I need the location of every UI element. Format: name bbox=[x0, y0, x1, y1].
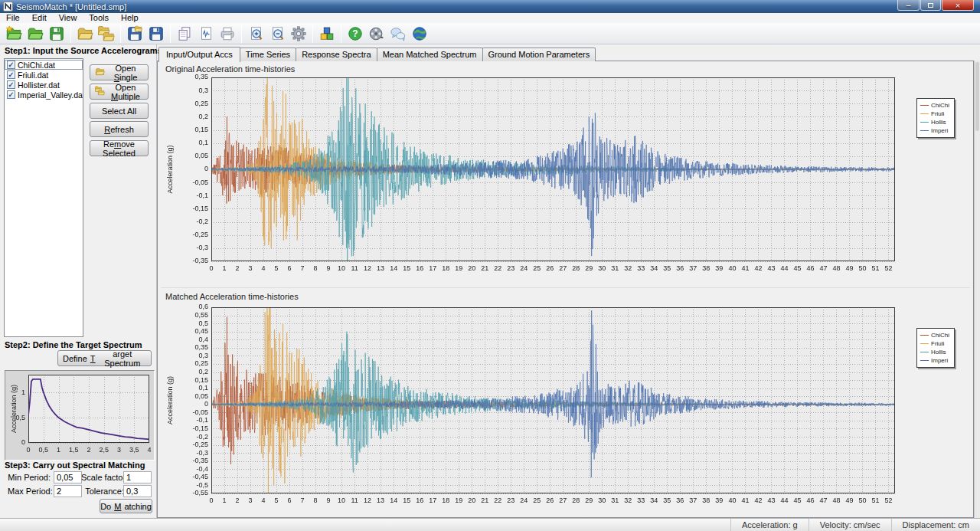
toolbar-components-button[interactable] bbox=[316, 24, 338, 44]
accelerogram-preview-icon bbox=[198, 25, 214, 42]
legend-item: Friuli bbox=[920, 110, 952, 118]
legend-line-swatch bbox=[920, 343, 929, 344]
button-label: Refresh bbox=[104, 125, 134, 134]
toolbar-video-tutorials-button[interactable] bbox=[366, 24, 387, 44]
open-folders-icon bbox=[98, 25, 115, 42]
legend-item: Imperi bbox=[920, 126, 952, 135]
refresh-button[interactable]: Refresh bbox=[90, 121, 149, 137]
toolbar-separator bbox=[341, 25, 341, 43]
toolbar-help-button[interactable]: ? bbox=[345, 24, 366, 44]
accelerogram-file-name: Imperial_Valley.dat bbox=[18, 90, 83, 100]
tab-ground-motion-parameters[interactable]: Ground Motion Parameters bbox=[482, 48, 596, 61]
legend-item: Hollis bbox=[920, 348, 952, 356]
settings-icon bbox=[290, 25, 307, 42]
legend-item: ChiChi bbox=[920, 101, 952, 110]
scale-factor-input[interactable] bbox=[123, 471, 152, 483]
legend-line-swatch bbox=[920, 352, 929, 352]
title-bar[interactable]: SeismoMatch * [Untitled.smp] – × bbox=[0, 0, 980, 13]
accelerogram-list[interactable]: ✓ChiChi.dat✓Friuli.dat✓Hollister.dat✓Imp… bbox=[4, 58, 83, 337]
legend-item: ChiChi bbox=[920, 331, 952, 339]
toolbar-settings-button[interactable] bbox=[288, 24, 309, 44]
toolbar-save-as-button[interactable] bbox=[124, 24, 145, 44]
menu-tools[interactable]: Tools bbox=[83, 13, 115, 23]
toolbar-save-project-button[interactable] bbox=[46, 24, 67, 44]
help-icon: ? bbox=[347, 25, 364, 42]
minimize-button[interactable]: – bbox=[897, 0, 920, 11]
toolbar-zoom-in-button[interactable] bbox=[245, 24, 266, 44]
print-icon bbox=[219, 25, 236, 42]
status-bar: Acceleration: gVelocity: cm/secDisplacem… bbox=[0, 518, 980, 531]
menu-view[interactable]: View bbox=[53, 13, 83, 23]
original-chart-title: Original Acceleration time-histories bbox=[165, 64, 295, 74]
toolbar-new-project-button[interactable] bbox=[3, 24, 24, 44]
legend-label: Friuli bbox=[931, 110, 944, 117]
toolbar-separator bbox=[70, 25, 71, 43]
accelerogram-list-item[interactable]: ✓Hollister.dat bbox=[5, 80, 83, 90]
matched-accelerations-chart bbox=[162, 302, 912, 515]
checkbox-checked[interactable]: ✓ bbox=[7, 70, 15, 79]
tab-response-spectra[interactable]: Response Spectra bbox=[296, 48, 377, 61]
restore-button[interactable] bbox=[920, 0, 941, 11]
toolbar-accelerogram-preview-button[interactable] bbox=[195, 24, 217, 44]
toolbar-save-all-button[interactable] bbox=[145, 24, 167, 44]
toolbar-separator bbox=[170, 25, 171, 43]
define-target-spectrum-button[interactable]: Define Target Spectrum bbox=[57, 350, 152, 366]
toolbar-website-button[interactable] bbox=[409, 24, 430, 44]
status-acceleration-units: Acceleration: g bbox=[730, 519, 808, 531]
tab-mean-matched-spectrum[interactable]: Mean Matched Spectrum bbox=[377, 48, 483, 61]
checkbox-checked[interactable]: ✓ bbox=[7, 80, 15, 89]
window-title: SeismoMatch * [Untitled.smp] bbox=[16, 2, 126, 11]
toolbar-feedback-button[interactable] bbox=[387, 24, 409, 44]
toolbar-open-folder-button[interactable] bbox=[74, 24, 96, 44]
max-period-input[interactable] bbox=[54, 485, 82, 497]
remove-selected-button[interactable]: Remove Selected bbox=[90, 140, 149, 156]
tolerance-label: Tolerance: bbox=[81, 487, 124, 496]
open-single-button[interactable]: Open Single bbox=[90, 64, 149, 80]
toolbar-zoom-out-button[interactable] bbox=[266, 24, 288, 44]
original-chart-legend: ChiChiFriuliHollisImperi bbox=[916, 98, 955, 138]
video-tutorials-icon bbox=[368, 25, 385, 42]
checkbox-checked[interactable]: ✓ bbox=[7, 90, 15, 99]
menu-help[interactable]: Help bbox=[115, 13, 145, 23]
scrollbar-thumb[interactable] bbox=[975, 62, 979, 131]
legend-label: Hollis bbox=[931, 119, 946, 126]
step2-title: Step2: Define the Target Spectrum bbox=[5, 340, 142, 349]
button-label: Open Multiple bbox=[108, 83, 143, 101]
matched-chart-title: Matched Acceleration time-histories bbox=[165, 292, 299, 301]
accelerogram-list-item[interactable]: ✓Friuli.dat bbox=[5, 70, 83, 80]
min-period-label: Min Period: bbox=[8, 473, 51, 482]
tab-input-output-accs[interactable]: Input/Output Accs bbox=[158, 47, 240, 62]
legend-item: Hollis bbox=[920, 118, 952, 126]
save-project-icon bbox=[48, 25, 65, 42]
toolbar-open-folders-button[interactable] bbox=[96, 24, 117, 44]
toolbar-copy-button[interactable] bbox=[174, 24, 195, 44]
button-label: Open Single bbox=[108, 64, 143, 82]
toolbar-print-button[interactable] bbox=[217, 24, 238, 44]
close-button[interactable]: × bbox=[942, 0, 974, 11]
menu-edit[interactable]: Edit bbox=[26, 13, 53, 23]
tab-time-series[interactable]: Time Series bbox=[240, 48, 296, 61]
min-period-input[interactable] bbox=[54, 471, 82, 483]
app-icon bbox=[3, 2, 13, 11]
legend-item: Imperi bbox=[920, 356, 952, 365]
menu-file[interactable]: File bbox=[0, 13, 26, 23]
tolerance-input[interactable] bbox=[123, 485, 152, 497]
save-as-icon bbox=[126, 25, 143, 42]
toolbar-open-project-button[interactable] bbox=[24, 24, 46, 44]
group-divider bbox=[161, 287, 970, 288]
accelerogram-list-item[interactable]: ✓Imperial_Valley.dat bbox=[5, 90, 83, 100]
open-multiple-button[interactable]: Open Multiple bbox=[90, 84, 149, 100]
checkbox-checked[interactable]: ✓ bbox=[7, 61, 15, 69]
select-all-button[interactable]: Select All bbox=[90, 103, 149, 119]
accelerogram-list-item[interactable]: ✓ChiChi.dat bbox=[5, 60, 83, 70]
target-spectrum-chart bbox=[5, 371, 154, 460]
legend-label: Imperi bbox=[931, 127, 948, 134]
toolbar-separator bbox=[120, 25, 121, 43]
legend-line-swatch bbox=[920, 335, 929, 336]
do-matching-button[interactable]: Do Matching bbox=[100, 499, 152, 513]
accelerogram-file-name: ChiChi.dat bbox=[18, 61, 55, 70]
vertical-scrollbar[interactable] bbox=[974, 61, 980, 518]
status-velocity-units: Velocity: cm/sec bbox=[808, 519, 891, 531]
zoom-out-icon bbox=[269, 25, 286, 42]
new-project-icon bbox=[5, 25, 22, 42]
